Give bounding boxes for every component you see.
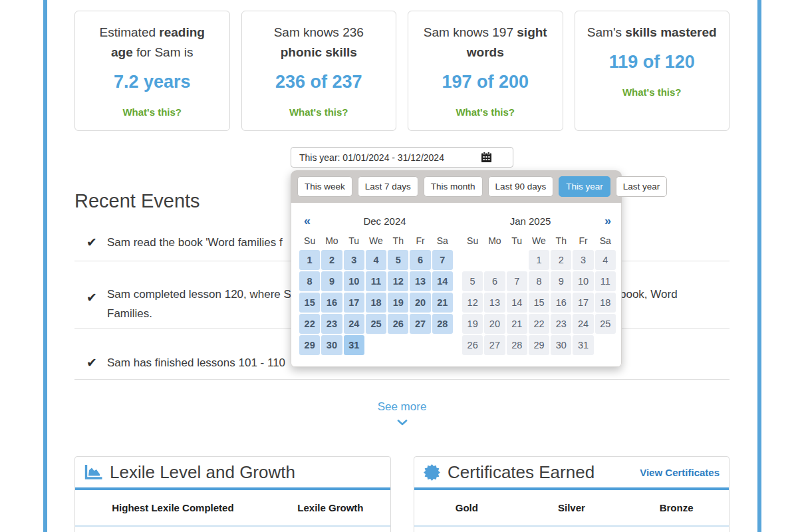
divider [74,379,730,380]
prev-month-icon[interactable]: « [299,214,316,228]
check-icon: ✔ [86,355,97,370]
day-cell[interactable]: 13 [484,293,505,313]
day-cell[interactable]: 10 [573,271,593,291]
day-cell[interactable]: 30 [321,335,342,355]
weekday-label: Mo [321,232,342,249]
preset-button-this-month[interactable]: This month [424,176,483,197]
day-cell[interactable]: 27 [484,335,505,355]
day-cell[interactable]: 12 [388,271,408,291]
day-cell[interactable]: 12 [462,293,483,313]
see-more-link[interactable]: See more [378,400,427,414]
day-cell[interactable]: 26 [388,314,408,334]
day-cell[interactable]: 16 [321,293,342,313]
day-cell[interactable]: 23 [321,314,342,334]
day-cell[interactable]: 14 [432,271,453,291]
stat-card: Sam's skills mastered119 of 120What's th… [575,11,730,131]
page-border-line-left [43,0,47,532]
date-range-input[interactable]: This year: 01/01/2024 - 31/12/2024 [291,147,513,168]
stat-card-title-segment: phonic skills [281,45,357,59]
calendar-month-title: Jan 2025 [462,215,599,227]
day-cell[interactable]: 30 [551,335,571,355]
day-cell[interactable]: 10 [344,271,364,291]
event-text: Sam read the book 'Word families f [107,233,283,252]
day-cell[interactable]: 4 [595,250,616,270]
day-cell[interactable]: 1 [299,250,320,270]
calendar-header: Jan 2025» [462,211,616,231]
day-cell[interactable]: 4 [366,250,386,270]
preset-button-this-week[interactable]: This week [297,176,352,197]
stat-card-value: 7.2 years [75,72,229,92]
day-cell[interactable]: 17 [344,293,364,313]
day-cell-blank [410,335,430,355]
preset-button-last-7-days[interactable]: Last 7 days [358,176,418,197]
day-cell[interactable]: 8 [299,271,320,291]
whats-this-link[interactable]: What's this? [242,106,396,118]
whats-this-link[interactable]: What's this? [575,86,730,98]
day-cell[interactable]: 17 [573,293,593,313]
weekday-label: Su [462,232,483,249]
day-cell[interactable]: 15 [299,293,320,313]
day-cell[interactable]: 25 [366,314,386,334]
day-cell[interactable]: 27 [410,314,430,334]
day-cell[interactable]: 21 [507,314,527,334]
day-cell[interactable]: 16 [551,293,571,313]
preset-button-this-year[interactable]: This year [559,176,610,197]
weekday-label: Th [387,232,409,249]
day-cell[interactable]: 24 [344,314,364,334]
day-cell[interactable]: 7 [432,250,453,270]
day-cell[interactable]: 18 [595,293,616,313]
day-cell[interactable]: 26 [462,335,483,355]
day-cell[interactable]: 5 [388,250,408,270]
weekday-label: Mo [483,232,505,249]
area-chart-icon [84,464,102,480]
day-cell[interactable]: 22 [529,314,549,334]
weekday-label: Tu [343,232,365,249]
weekday-label: Fr [572,232,594,249]
day-cell[interactable]: 7 [507,271,527,291]
day-cell[interactable]: 6 [410,250,430,270]
day-cell[interactable]: 19 [388,293,408,313]
day-cell[interactable]: 11 [366,271,386,291]
day-cell[interactable]: 23 [551,314,571,334]
day-cell[interactable]: 24 [573,314,593,334]
day-cell[interactable]: 28 [432,314,453,334]
day-cell[interactable]: 21 [432,293,453,313]
day-cell[interactable]: 8 [529,271,549,291]
day-cell[interactable]: 18 [366,293,386,313]
preset-button-last-year[interactable]: Last year [616,176,668,197]
chevron-down-icon[interactable] [397,420,408,426]
day-cell[interactable]: 22 [299,314,320,334]
next-month-icon[interactable]: » [599,214,616,228]
day-cell[interactable]: 5 [462,271,483,291]
calendar-week-row: 19202122232425 [462,313,616,334]
stat-card-title: Sam knows 197 sight words [408,23,563,63]
view-certificates-link[interactable]: View Certificates [640,467,720,478]
day-cell[interactable]: 29 [529,335,549,355]
column-header: Bronze [624,502,729,513]
day-cell[interactable]: 3 [573,250,593,270]
whats-this-link[interactable]: What's this? [408,106,563,118]
day-cell[interactable]: 2 [321,250,342,270]
day-cell[interactable]: 3 [344,250,364,270]
day-cell[interactable]: 19 [462,314,483,334]
day-cell[interactable]: 28 [507,335,527,355]
day-cell[interactable]: 20 [484,314,505,334]
weekday-label: Tu [506,232,528,249]
day-cell[interactable]: 9 [551,271,571,291]
day-cell[interactable]: 6 [484,271,505,291]
lexile-columns: Highest Lexile CompletedLexile Growth [75,490,390,525]
day-cell[interactable]: 31 [344,335,364,355]
whats-this-link[interactable]: What's this? [75,106,229,118]
day-cell[interactable]: 13 [410,271,430,291]
day-cell[interactable]: 31 [573,335,593,355]
preset-button-last-90-days[interactable]: Last 90 days [488,176,554,197]
day-cell[interactable]: 20 [410,293,430,313]
day-cell[interactable]: 25 [595,314,616,334]
day-cell[interactable]: 1 [529,250,549,270]
day-cell[interactable]: 15 [529,293,549,313]
day-cell[interactable]: 9 [321,271,342,291]
day-cell[interactable]: 14 [507,293,527,313]
day-cell[interactable]: 2 [551,250,571,270]
day-cell[interactable]: 11 [595,271,616,291]
day-cell[interactable]: 29 [299,335,320,355]
